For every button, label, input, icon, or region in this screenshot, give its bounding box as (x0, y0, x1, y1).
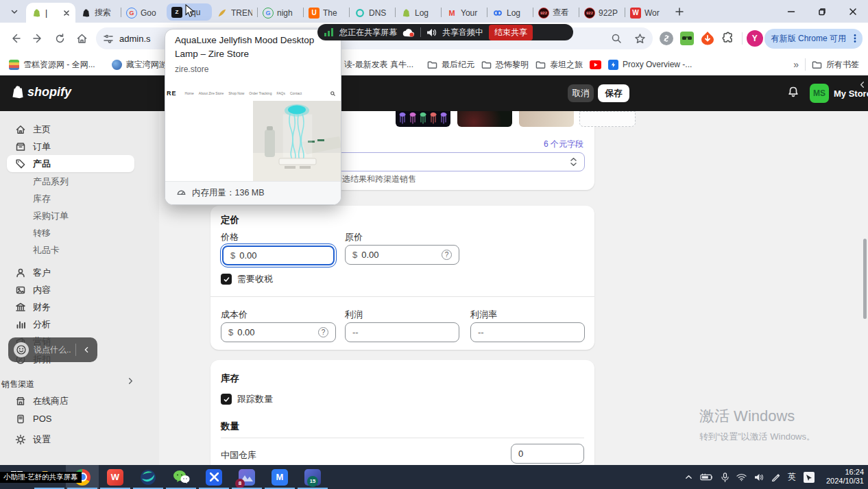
checkbox-checked-icon[interactable] (221, 394, 232, 405)
chrome-update-chip[interactable]: 有新版 Chrome 可用 (764, 29, 863, 49)
download-extension-icon[interactable] (698, 29, 717, 48)
extensions-puzzle-icon[interactable] (719, 29, 738, 48)
price-input[interactable]: $ 0.00 (222, 246, 335, 265)
bookmark-cangbaowan[interactable]: 藏宝湾网游 (108, 57, 171, 73)
chevron-right-icon[interactable] (127, 377, 134, 385)
home-icon[interactable] (71, 28, 92, 49)
bookmark-star-icon[interactable] (634, 33, 646, 45)
reload-icon[interactable] (49, 28, 70, 49)
tab-close-icon[interactable] (62, 9, 71, 17)
tab-trendsi[interactable]: TREN (212, 3, 257, 23)
help-icon[interactable]: ? (318, 327, 328, 337)
bookmark-folder-last-epoch[interactable]: 最后纪元 (424, 57, 478, 73)
sidebar-item-products[interactable]: 产品 (7, 155, 134, 172)
cost-input[interactable]: $ 0.00 ? (221, 322, 336, 342)
snipping-tray-icon[interactable] (804, 472, 815, 483)
help-icon[interactable]: ? (442, 250, 452, 260)
tab-922p[interactable]: 922 922P (579, 3, 625, 23)
tab-word[interactable]: W Wor (625, 3, 671, 23)
sunglasses-extension-icon[interactable] (677, 29, 697, 48)
sidebar-item-purchase-orders[interactable]: 采购订单 (7, 207, 134, 224)
wifi-icon[interactable] (736, 473, 747, 481)
compare-price-input[interactable]: $ 0.00 ? (345, 245, 459, 265)
volume-icon[interactable] (754, 473, 764, 481)
collapse-left-icon[interactable] (81, 346, 92, 353)
window-minimize-icon[interactable] (775, 0, 806, 23)
store-avatar[interactable]: MS (810, 84, 829, 103)
collapse-chevron-icon[interactable] (858, 81, 866, 88)
window-restore-icon[interactable] (806, 0, 837, 23)
kebab-menu-icon[interactable] (850, 34, 860, 43)
sidebar-item-settings[interactable]: 设置 (7, 431, 134, 448)
sidebar-item-transfers[interactable]: 转移 (7, 224, 134, 241)
sidebar-item-inventory[interactable]: 库存 (7, 190, 134, 207)
microphone-icon[interactable] (721, 473, 729, 482)
chat-placeholder[interactable]: 说点什么... (34, 344, 71, 356)
site-info-icon[interactable] (103, 33, 114, 44)
zoom-icon[interactable] (611, 33, 622, 44)
notifications-bell-icon[interactable] (787, 86, 799, 98)
track-quantity-row[interactable]: 跟踪数量 (221, 393, 273, 405)
tab-login1[interactable]: Log (396, 3, 441, 23)
forward-icon[interactable] (27, 28, 48, 49)
badge8-app-taskbar-button[interactable]: 8 (230, 465, 263, 489)
bookmark-xuegao[interactable]: 雪糕资源网 - 全网... (5, 57, 99, 73)
profile-avatar[interactable]: Y (747, 30, 763, 47)
wechat-taskbar-button[interactable] (165, 465, 197, 489)
bookmark-folder-grim-dawn[interactable]: 恐怖黎明 (478, 57, 532, 73)
quantity-input[interactable]: 0 (511, 444, 584, 464)
back-icon[interactable] (5, 28, 26, 49)
add-media-placeholder[interactable] (579, 111, 636, 127)
sidebar-item-collections[interactable]: 产品系列 (7, 173, 134, 190)
tab-search-button[interactable] (5, 3, 23, 20)
tab-dns[interactable]: DNS (350, 3, 395, 23)
sidebar-item-pos[interactable]: POS (7, 410, 134, 427)
sidebar-item-orders[interactable]: 订单 (7, 138, 134, 155)
assistant-chat-widget[interactable]: 说点什么... (8, 337, 97, 362)
stop-sharing-button[interactable]: 结束共享 (489, 25, 533, 40)
link-extension-icon[interactable] (657, 29, 676, 48)
bookmark-folder-titan-quest[interactable]: 泰坦之旅 (532, 57, 586, 73)
sidebar-item-finances[interactable]: 财务 (7, 298, 134, 315)
blue-x-app-taskbar-button[interactable] (197, 465, 230, 489)
checkbox-checked-icon[interactable] (221, 274, 232, 285)
page-scrollbar-thumb[interactable] (863, 239, 867, 319)
all-bookmarks-folder[interactable]: 所有书签 (808, 57, 863, 73)
tab-night[interactable]: G nigh (258, 3, 303, 23)
meeting-app-taskbar-button[interactable]: M (263, 465, 296, 489)
cancel-button[interactable]: 取消 (568, 84, 594, 102)
tab-login2[interactable]: Log (487, 3, 533, 23)
tab-the[interactable]: U The (304, 3, 349, 23)
product-image-thumbnail[interactable] (519, 111, 574, 127)
sidebar-item-content[interactable]: 内容 (7, 281, 134, 298)
tab-gmail[interactable]: M Your (442, 3, 487, 23)
bookmark-youtube[interactable] (586, 58, 605, 71)
tab-922-view[interactable]: 922 查看 (533, 3, 579, 23)
sidebar-item-online-store[interactable]: 在线商店 (7, 392, 134, 409)
show-hidden-icons-chevron[interactable] (685, 473, 692, 481)
badge15-app-taskbar-button[interactable]: 15 (296, 465, 329, 489)
new-tab-button[interactable] (671, 3, 688, 21)
metafields-link[interactable]: 6 个元字段 (544, 139, 583, 150)
bookmarks-overflow-chevron[interactable]: » (790, 57, 802, 72)
taskbar-clock[interactable]: 16:24 2024/10/31 (826, 468, 864, 486)
tab-active-shopify[interactable]: | (26, 3, 75, 23)
bookmark-proxy-overview[interactable]: Proxy Overview -... (605, 58, 695, 72)
sidebar-item-customers[interactable]: 客户 (7, 264, 134, 281)
sidebar-item-analytics[interactable]: 分析 (7, 315, 134, 333)
sidebar-item-home[interactable]: 主页 (7, 121, 134, 138)
bookmark-du-latest[interactable]: 读-最新发表 真牛... (341, 57, 417, 73)
teal-app-taskbar-button[interactable] (132, 465, 165, 489)
store-name[interactable]: My Store (834, 88, 868, 99)
save-button[interactable]: 保存 (598, 84, 629, 102)
charge-tax-row[interactable]: 需要收税 (221, 273, 273, 285)
sidebar-item-gift-cards[interactable]: 礼品卡 (7, 241, 134, 259)
window-close-icon[interactable] (837, 0, 868, 23)
wps-taskbar-button[interactable]: W (99, 465, 132, 489)
tab-search-shopify[interactable]: 搜索 (75, 3, 121, 23)
battery-icon[interactable] (700, 473, 714, 481)
product-image-thumbnail[interactable] (396, 111, 450, 127)
tab-goo[interactable]: G Goo (121, 3, 167, 23)
pen-icon[interactable] (771, 473, 780, 481)
product-image-thumbnail[interactable] (457, 111, 512, 127)
